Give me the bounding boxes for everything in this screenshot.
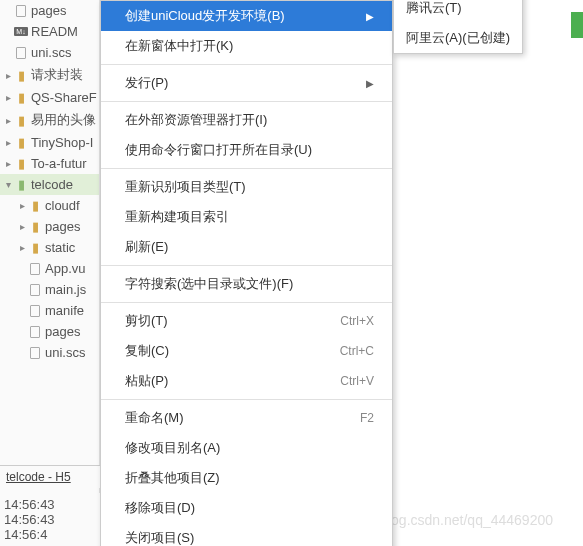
- menu-item[interactable]: 发行(P)▶: [101, 68, 392, 98]
- menu-shortcut: Ctrl+X: [340, 314, 374, 328]
- menu-item[interactable]: 折叠其他项目(Z): [101, 463, 392, 493]
- tree-item-cloudf[interactable]: ▸▮cloudf: [0, 195, 99, 216]
- run-button[interactable]: [571, 12, 583, 38]
- menu-shortcut: F2: [360, 411, 374, 425]
- menu-item[interactable]: 在新窗体中打开(K): [101, 31, 392, 61]
- menu-item[interactable]: 在外部资源管理器打开(I): [101, 105, 392, 135]
- chevron-icon: ▸: [2, 115, 14, 126]
- tree-item-manife[interactable]: manife: [0, 300, 99, 321]
- chevron-icon: ▸: [2, 70, 14, 81]
- menu-item-label: 刷新(E): [125, 238, 168, 256]
- tree-item-label: pages: [45, 324, 80, 339]
- folder-icon: ▮: [14, 113, 28, 128]
- tree-item-易用的头像[interactable]: ▸▮易用的头像: [0, 108, 99, 132]
- menu-item-label: 复制(C): [125, 342, 169, 360]
- menu-item[interactable]: 移除项目(D): [101, 493, 392, 523]
- folder-icon: ▮: [14, 156, 28, 171]
- chevron-icon: ▸: [2, 137, 14, 148]
- menu-item[interactable]: 关闭项目(S): [101, 523, 392, 546]
- tree-item-To-a-futur[interactable]: ▸▮To-a-futur: [0, 153, 99, 174]
- menu-separator: [101, 64, 392, 65]
- chevron-icon: ▸: [16, 242, 28, 253]
- menu-item[interactable]: 创建uniCloud发开发环境(B)▶: [101, 1, 392, 31]
- folder-icon: ▮: [28, 198, 42, 213]
- menu-item-label: 字符搜索(选中目录或文件)(F): [125, 275, 293, 293]
- menu-separator: [101, 101, 392, 102]
- tree-item-QS-ShareF[interactable]: ▸▮QS-ShareF: [0, 87, 99, 108]
- tree-item-TinyShop-I[interactable]: ▸▮TinyShop-I: [0, 132, 99, 153]
- tree-item-pages[interactable]: pages: [0, 0, 99, 21]
- status-bar: telcode - H5: [0, 465, 100, 488]
- chevron-icon: ▸: [16, 221, 28, 232]
- submenu-item[interactable]: 腾讯云(T): [394, 0, 522, 23]
- tree-item-uni.scs[interactable]: uni.scs: [0, 342, 99, 363]
- menu-item-label: 重命名(M): [125, 409, 184, 427]
- folder-icon: ▮: [14, 135, 28, 150]
- file-explorer: pagesM↓READMuni.scs▸▮请求封装▸▮QS-ShareF▸▮易用…: [0, 0, 100, 546]
- file-icon: [28, 305, 42, 317]
- tree-item-label: pages: [45, 219, 80, 234]
- menu-item-label: 折叠其他项目(Z): [125, 469, 220, 487]
- tree-item-label: manife: [45, 303, 84, 318]
- menu-item[interactable]: 重新构建项目索引: [101, 202, 392, 232]
- tree-item-label: telcode: [31, 177, 73, 192]
- menu-item-label: 关闭项目(S): [125, 529, 194, 546]
- tree-item-pages[interactable]: ▸▮pages: [0, 216, 99, 237]
- tree-item-label: 易用的头像: [31, 111, 96, 129]
- tree-item-pages[interactable]: pages: [0, 321, 99, 342]
- menu-item[interactable]: 剪切(T)Ctrl+X: [101, 306, 392, 336]
- console: 14:56:43 14:56:43 14:56:4: [0, 493, 100, 546]
- chevron-icon: ▸: [2, 158, 14, 169]
- console-timestamp: 14:56:43: [4, 497, 96, 512]
- folder-icon: ▮: [14, 68, 28, 83]
- tree-item-uni.scs[interactable]: uni.scs: [0, 42, 99, 63]
- markdown-icon: M↓: [14, 27, 28, 36]
- chevron-right-icon: ▶: [366, 11, 374, 22]
- menu-item[interactable]: 粘贴(P)Ctrl+V: [101, 366, 392, 396]
- menu-shortcut: Ctrl+V: [340, 374, 374, 388]
- menu-item-label: 在新窗体中打开(K): [125, 37, 233, 55]
- context-menu: 创建uniCloud发开发环境(B)▶在新窗体中打开(K)发行(P)▶在外部资源…: [100, 0, 393, 546]
- tree-item-static[interactable]: ▸▮static: [0, 237, 99, 258]
- tree-item-label: uni.scs: [31, 45, 71, 60]
- menu-item-label: 使用命令行窗口打开所在目录(U): [125, 141, 312, 159]
- menu-item-label: 重新构建项目索引: [125, 208, 229, 226]
- tree-item-请求封装[interactable]: ▸▮请求封装: [0, 63, 99, 87]
- tree-item-main.js[interactable]: main.js: [0, 279, 99, 300]
- menu-item-label: 发行(P): [125, 74, 168, 92]
- menu-item-label: 创建uniCloud发开发环境(B): [125, 7, 285, 25]
- chevron-icon: ▸: [2, 92, 14, 103]
- menu-item[interactable]: 修改项目别名(A): [101, 433, 392, 463]
- file-icon: [28, 284, 42, 296]
- tree-item-label: uni.scs: [45, 345, 85, 360]
- tree-item-READM[interactable]: M↓READM: [0, 21, 99, 42]
- tree-item-label: QS-ShareF: [31, 90, 97, 105]
- submenu-item[interactable]: 阿里云(A)(已创建): [394, 23, 522, 53]
- tree-item-telcode[interactable]: ▾▮telcode: [0, 174, 99, 195]
- menu-item-label: 剪切(T): [125, 312, 168, 330]
- menu-item[interactable]: 字符搜索(选中目录或文件)(F): [101, 269, 392, 299]
- menu-separator: [101, 302, 392, 303]
- menu-separator: [101, 265, 392, 266]
- menu-shortcut: Ctrl+C: [340, 344, 374, 358]
- menu-item-label: 重新识别项目类型(T): [125, 178, 246, 196]
- submenu: 腾讯云(T)阿里云(A)(已创建): [393, 0, 523, 54]
- menu-item[interactable]: 重命名(M)F2: [101, 403, 392, 433]
- menu-item-label: 在外部资源管理器打开(I): [125, 111, 267, 129]
- console-timestamp: 14:56:4: [4, 527, 96, 542]
- folder-icon: ▮: [28, 219, 42, 234]
- tree-item-label: main.js: [45, 282, 86, 297]
- menu-item[interactable]: 重新识别项目类型(T): [101, 172, 392, 202]
- menu-separator: [101, 399, 392, 400]
- file-icon: [28, 326, 42, 338]
- menu-item[interactable]: 使用命令行窗口打开所在目录(U): [101, 135, 392, 165]
- tree-item-App.vu[interactable]: App.vu: [0, 258, 99, 279]
- menu-item-label: 粘贴(P): [125, 372, 168, 390]
- menu-item[interactable]: 复制(C)Ctrl+C: [101, 336, 392, 366]
- menu-item[interactable]: 刷新(E): [101, 232, 392, 262]
- tree-item-label: READM: [31, 24, 78, 39]
- tree-item-label: App.vu: [45, 261, 85, 276]
- tree-item-label: pages: [31, 3, 66, 18]
- file-icon: [28, 347, 42, 359]
- folder-icon: ▮: [14, 90, 28, 105]
